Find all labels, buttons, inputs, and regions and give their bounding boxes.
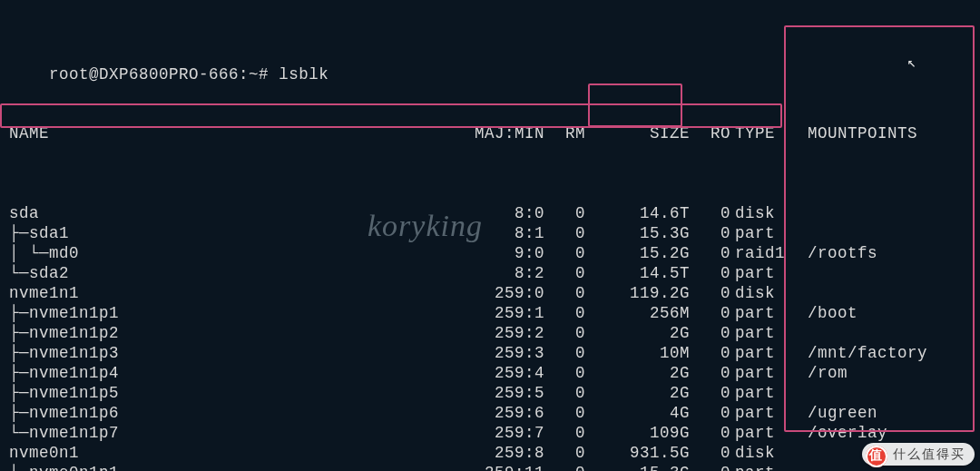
device-name: nvme0n1 xyxy=(9,444,472,464)
ro-value: 0 xyxy=(694,244,730,264)
table-row: └─nvme1n1p7259:70109G0part/overlay xyxy=(9,424,980,444)
majmin-value: 259:3 xyxy=(472,344,544,364)
rm-value: 0 xyxy=(549,384,585,404)
rm-value: 0 xyxy=(549,424,585,444)
type-value: part xyxy=(735,464,799,471)
header-row: NAME MAJ:MIN RM SIZE RO TYPE MOUNTPOINTS xyxy=(9,124,980,144)
device-name: ├─nvme0n1p1 xyxy=(9,464,472,471)
majmin-value: 259:7 xyxy=(472,424,544,444)
device-name: ├─nvme1n1p3 xyxy=(9,344,472,364)
rm-value: 0 xyxy=(549,284,585,304)
table-row: nvme0n1259:80931.5G0disk xyxy=(9,444,980,464)
size-value: 119.2G xyxy=(590,284,690,304)
col-size: SIZE xyxy=(590,124,690,144)
table-row: nvme1n1259:00119.2G0disk xyxy=(9,284,980,304)
mountpoint-value: /rootfs xyxy=(808,244,980,264)
device-name: │ └─md0 xyxy=(9,244,472,264)
type-value: part xyxy=(735,424,799,444)
table-row: ├─nvme1n1p3259:3010M0part/mnt/factory xyxy=(9,344,980,364)
type-value: part xyxy=(735,324,799,344)
device-name: ├─nvme1n1p6 xyxy=(9,404,472,424)
mountpoint-value: /boot xyxy=(808,304,980,324)
table-row: ├─nvme1n1p6259:604G0part/ugreen xyxy=(9,404,980,424)
table-row: └─sda28:2014.5T0part xyxy=(9,264,980,284)
table-row: ├─sda18:1015.3G0part xyxy=(9,224,980,244)
rm-value: 0 xyxy=(549,304,585,324)
majmin-value: 259:2 xyxy=(472,324,544,344)
type-value: disk xyxy=(735,284,799,304)
majmin-value: 259:6 xyxy=(472,404,544,424)
col-type: TYPE xyxy=(735,124,799,144)
type-value: part xyxy=(735,404,799,424)
majmin-value: 259:5 xyxy=(472,384,544,404)
size-value: 10M xyxy=(590,344,690,364)
table-row: ├─nvme0n1p1259:11015.3G0part xyxy=(9,464,980,471)
col-rm: RM xyxy=(549,124,585,144)
ro-value: 0 xyxy=(694,464,730,471)
rm-value: 0 xyxy=(549,364,585,384)
size-value: 2G xyxy=(590,364,690,384)
size-value: 14.5T xyxy=(590,264,690,284)
device-name: ├─sda1 xyxy=(9,224,472,244)
type-value: part xyxy=(735,304,799,324)
device-name: └─nvme1n1p7 xyxy=(9,424,472,444)
ro-value: 0 xyxy=(694,384,730,404)
majmin-value: 9:0 xyxy=(472,244,544,264)
ro-value: 0 xyxy=(694,204,730,224)
mountpoint-value: /ugreen xyxy=(808,404,980,424)
majmin-value: 8:0 xyxy=(472,204,544,224)
table-row: ├─nvme1n1p5259:502G0part xyxy=(9,384,980,404)
rm-value: 0 xyxy=(549,244,585,264)
majmin-value: 8:2 xyxy=(472,264,544,284)
ro-value: 0 xyxy=(694,284,730,304)
ro-value: 0 xyxy=(694,224,730,244)
col-majmin: MAJ:MIN xyxy=(472,124,544,144)
size-value: 15.3G xyxy=(590,464,690,471)
ro-value: 0 xyxy=(694,264,730,284)
type-value: disk xyxy=(735,204,799,224)
size-value: 2G xyxy=(590,384,690,404)
table-row: │ └─md09:0015.2G0raid1/rootfs xyxy=(9,244,980,264)
size-value: 14.6T xyxy=(590,204,690,224)
size-value: 4G xyxy=(590,404,690,424)
rm-value: 0 xyxy=(549,324,585,344)
ro-value: 0 xyxy=(694,344,730,364)
ro-value: 0 xyxy=(694,364,730,384)
type-value: part xyxy=(735,364,799,384)
rm-value: 0 xyxy=(549,444,585,464)
size-value: 931.5G xyxy=(590,444,690,464)
size-value: 15.2G xyxy=(590,244,690,264)
majmin-value: 259:0 xyxy=(472,284,544,304)
prompt-text: root@DXP6800PRO-666:~# xyxy=(49,65,279,83)
mountpoint-value: /mnt/factory xyxy=(808,344,980,364)
rm-value: 0 xyxy=(549,404,585,424)
size-value: 256M xyxy=(590,304,690,324)
ro-value: 0 xyxy=(694,424,730,444)
device-name: ├─nvme1n1p4 xyxy=(9,364,472,384)
col-mount: MOUNTPOINTS xyxy=(808,124,980,144)
majmin-value: 259:1 xyxy=(472,304,544,324)
mountpoint-value: /rom xyxy=(808,364,980,384)
command-text: lsblk xyxy=(279,65,328,83)
size-value: 2G xyxy=(590,324,690,344)
ro-value: 0 xyxy=(694,324,730,344)
device-name: nvme1n1 xyxy=(9,284,472,304)
device-name: sda xyxy=(9,204,472,224)
table-row: ├─nvme1n1p1259:10256M0part/boot xyxy=(9,304,980,324)
majmin-value: 259:4 xyxy=(472,364,544,384)
mountpoint-value: /overlay xyxy=(808,424,980,444)
majmin-value: 8:1 xyxy=(472,224,544,244)
size-value: 15.3G xyxy=(590,224,690,244)
site-badge: 什么值得买 xyxy=(862,443,975,466)
type-value: part xyxy=(735,264,799,284)
table-row: sda8:0014.6T0disk xyxy=(9,204,980,224)
rm-value: 0 xyxy=(549,344,585,364)
type-value: raid1 xyxy=(735,244,799,264)
table-row: ├─nvme1n1p4259:402G0part/rom xyxy=(9,364,980,384)
rm-value: 0 xyxy=(549,464,585,471)
table-row: ├─nvme1n1p2259:202G0part xyxy=(9,324,980,344)
col-name: NAME xyxy=(9,124,472,144)
terminal-output[interactable]: root@DXP6800PRO-666:~# lsblk NAME MAJ:MI… xyxy=(0,0,980,471)
ro-value: 0 xyxy=(694,404,730,424)
type-value: part xyxy=(735,224,799,244)
